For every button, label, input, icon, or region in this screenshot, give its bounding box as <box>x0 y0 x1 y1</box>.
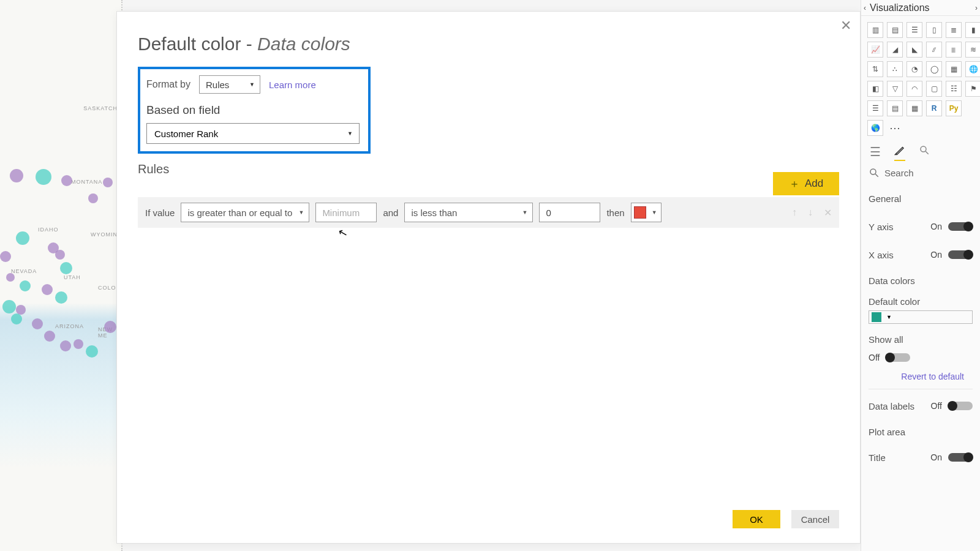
off-label: Off <box>869 353 880 362</box>
cancel-button[interactable]: Cancel <box>791 510 839 528</box>
svg-point-1 <box>870 169 876 174</box>
viz-line-clustered-icon[interactable]: ⫼ <box>946 42 962 58</box>
title-prefix: Default color - <box>138 34 257 54</box>
viz-stacked-bar-icon[interactable]: ▥ <box>867 22 883 38</box>
rule-op1-select[interactable]: is greater than or equal to <box>181 203 309 222</box>
map-label: IDAHO <box>38 227 59 233</box>
title-context: Data colors <box>257 34 350 54</box>
rule-op2-select[interactable]: is less than <box>404 203 533 222</box>
viz-matrix-icon[interactable]: ▦ <box>907 100 922 116</box>
move-down-icon[interactable]: ↓ <box>808 207 813 219</box>
ok-button[interactable]: OK <box>733 510 780 528</box>
prop-data-labels[interactable]: Data labels Off <box>869 392 973 420</box>
move-up-icon[interactable]: ↑ <box>792 207 797 219</box>
toggle-title[interactable] <box>948 453 973 462</box>
collapse-pane-icon[interactable]: ‹ <box>864 4 866 12</box>
map-label: UTAH <box>64 274 81 280</box>
viz-clustered-bar-icon[interactable]: ☰ <box>907 22 922 38</box>
toggle-x-axis[interactable] <box>948 250 973 259</box>
delete-rule-icon[interactable]: ✕ <box>824 207 832 219</box>
prop-x-axis[interactable]: X axis On <box>869 241 973 269</box>
rules-heading: Rules <box>138 162 839 176</box>
rule-color-picker[interactable] <box>631 203 662 222</box>
fields-tab-icon[interactable]: ☰ <box>870 144 881 161</box>
viz-card-icon[interactable]: ▢ <box>926 81 942 97</box>
map-bubble <box>2 300 16 313</box>
default-color-swatch <box>872 312 881 322</box>
map-bubble <box>55 250 65 260</box>
viz-scatter-icon[interactable]: ∴ <box>887 61 903 77</box>
map-bubble <box>6 273 15 282</box>
viz-donut-icon[interactable]: ◯ <box>926 61 942 77</box>
map-label: MONTANA <box>71 179 102 185</box>
based-on-field-select[interactable]: Customer Rank <box>146 123 360 144</box>
prop-plot-area[interactable]: Plot area <box>869 420 973 443</box>
format-by-label: Format by <box>146 79 190 90</box>
revert-to-default-link[interactable]: Revert to default <box>869 367 973 386</box>
prop-plot-area-label: Plot area <box>869 427 905 437</box>
close-icon[interactable]: ✕ <box>840 18 851 34</box>
map-bubble <box>86 345 98 358</box>
viz-funnel-icon[interactable]: ▽ <box>887 81 903 97</box>
viz-ribbon-icon[interactable]: ≋ <box>965 42 980 58</box>
map-bubble <box>36 169 51 185</box>
viz-table-icon[interactable]: ▤ <box>887 100 903 116</box>
analytics-tab-icon[interactable] <box>919 144 930 161</box>
map-canvas[interactable]: SASKATCH MONTANA IDAHO WYOMING NEVADA UT… <box>0 0 123 551</box>
viz-gauge-icon[interactable]: ◠ <box>907 81 922 97</box>
plus-icon: ＋ <box>789 176 800 191</box>
viz-pie-icon[interactable]: ◔ <box>907 61 922 77</box>
add-rule-button[interactable]: ＋ Add <box>773 172 839 195</box>
map-bubble <box>16 231 29 245</box>
svg-point-0 <box>921 146 926 152</box>
rule-color-swatch <box>634 206 646 219</box>
prop-general[interactable]: General <box>869 184 973 212</box>
viz-clustered-column-icon[interactable]: ▯ <box>926 22 942 38</box>
toggle-show-all[interactable] <box>886 353 910 362</box>
prop-data-colors[interactable]: Data colors <box>869 269 973 292</box>
add-rule-label: Add <box>805 178 823 190</box>
format-by-value: Rules <box>206 80 229 90</box>
viz-line-column-icon[interactable]: ⫽ <box>926 42 942 58</box>
based-on-field-value: Customer Rank <box>154 129 218 139</box>
toggle-data-labels[interactable] <box>948 402 973 410</box>
viz-line-icon[interactable]: 📈 <box>867 42 883 58</box>
map-bubble <box>88 193 98 203</box>
viz-empty <box>965 100 980 116</box>
default-color-picker[interactable] <box>869 310 973 324</box>
map-bubble <box>10 169 23 182</box>
viz-stacked-column-icon[interactable]: ▤ <box>887 22 903 38</box>
format-by-select[interactable]: Rules <box>199 75 260 94</box>
prop-y-axis[interactable]: Y axis On <box>869 212 973 241</box>
rule-val1-input[interactable] <box>315 203 377 222</box>
rule-row: If value is greater than or equal to and… <box>138 197 839 228</box>
prop-data-labels-label: Data labels <box>869 401 914 411</box>
viz-map-icon[interactable]: 🌐 <box>965 61 980 77</box>
toggle-y-axis[interactable] <box>948 222 973 231</box>
viz-filled-map-icon[interactable]: ◧ <box>867 81 883 97</box>
on-label: On <box>930 222 942 231</box>
viz-stacked-area-icon[interactable]: ◣ <box>907 42 922 58</box>
learn-more-link[interactable]: Learn more <box>269 80 316 90</box>
viz-treemap-icon[interactable]: ▦ <box>946 61 962 77</box>
viz-r-icon[interactable]: R <box>926 100 942 116</box>
viz-multicard-icon[interactable]: ☷ <box>946 81 962 97</box>
dialog-title: Default color - Data colors <box>138 34 839 54</box>
prop-title[interactable]: Title On <box>869 443 973 471</box>
prop-show-all-toggle-row: Off <box>869 348 973 367</box>
viz-waterfall-icon[interactable]: ⇅ <box>867 61 883 77</box>
viz-arcgis-icon[interactable]: 🌎 <box>867 120 883 136</box>
viz-100stacked-bar-icon[interactable]: ≣ <box>946 22 962 38</box>
rule-val2-input[interactable] <box>539 203 600 222</box>
viz-area-icon[interactable]: ◢ <box>887 42 903 58</box>
viz-python-icon[interactable]: Py <box>946 100 962 116</box>
search-row[interactable]: Search <box>861 163 980 182</box>
map-bubble <box>42 284 53 295</box>
viz-100stacked-column-icon[interactable]: ▮ <box>965 22 980 38</box>
expand-pane-icon[interactable]: › <box>975 4 978 12</box>
format-tab-icon[interactable] <box>894 144 905 161</box>
map-bubble <box>44 331 55 342</box>
viz-slicer-icon[interactable]: ☰ <box>867 100 883 116</box>
viz-kpi-icon[interactable]: ⚑ <box>965 81 980 97</box>
viz-more-icon[interactable]: ⋯ <box>887 120 903 136</box>
